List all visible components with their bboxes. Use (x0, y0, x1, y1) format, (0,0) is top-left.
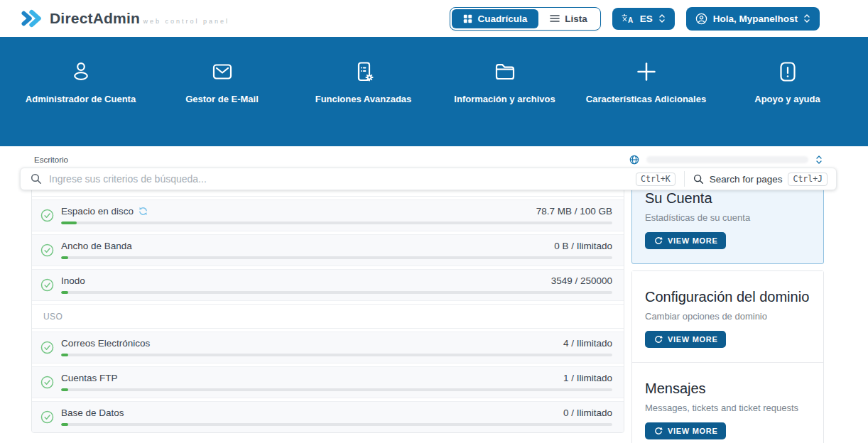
progress-fill (61, 388, 68, 391)
user-menu-label: Hola, Mypanelhost (713, 13, 798, 24)
user-menu-button[interactable]: Hola, Mypanelhost (686, 7, 820, 31)
view-more-label: VIEW MORE (668, 236, 717, 245)
stat-label: Base de Datos (61, 408, 124, 418)
nav-item-label: Gestor de E-Mail (153, 94, 292, 104)
progress-fill (61, 291, 68, 294)
nav-item-email-manager[interactable]: Gestor de E-Mail (153, 60, 292, 104)
redo-arrow-icon (653, 426, 663, 435)
stat-row-disk-space: Espacio en disco 78.7 MB / 100 GB (32, 199, 624, 231)
list-view-button[interactable]: Lista (538, 9, 599, 28)
nav-item-label: Características Adicionales (577, 94, 716, 104)
stat-label: Correos Electrónicos (61, 338, 150, 349)
progress-track (61, 222, 612, 224)
card-mensajes: Mensajes Messages, tickets and ticket re… (632, 363, 823, 443)
plus-icon (634, 60, 658, 88)
stat-label: Inodo (61, 275, 85, 286)
stat-value: 0 B / Ilimitado (554, 241, 612, 251)
main-content: LÍMITES Espacio en disco (0, 168, 868, 443)
nav-item-label: Administrador de Cuenta (11, 94, 151, 104)
view-more-label: VIEW MORE (668, 335, 717, 344)
refresh-icon[interactable] (139, 207, 148, 216)
domain-selector[interactable] (629, 155, 823, 165)
check-circle-icon (40, 209, 54, 222)
card-subtitle: Cambiar opciones de dominio (645, 311, 810, 322)
list-icon (550, 14, 560, 23)
nav-item-label: Funciones Avanzadas (294, 94, 433, 104)
logo-chevrons-icon (18, 6, 44, 31)
search-icon (31, 173, 42, 185)
nav-item-info-files[interactable]: Información y archivos (435, 60, 575, 104)
progress-track (61, 256, 612, 259)
progress-track (61, 291, 612, 294)
directadmin-logo: DirectAdmin web control panel (18, 6, 229, 31)
view-more-button[interactable]: VIEW MORE (645, 331, 726, 348)
svg-text:A: A (628, 16, 633, 24)
grid-icon (463, 14, 472, 23)
user-icon (69, 60, 93, 88)
document-gear-icon (352, 60, 376, 88)
search-bar: Ctrl+K Search for pages Ctrl+J (20, 168, 837, 190)
stat-row-emails: Correos Electrónicos 4 / Ilimitado (32, 332, 624, 363)
breadcrumb-row: Escritorio (0, 146, 868, 168)
divider (684, 171, 685, 187)
domain-name-blurred (646, 156, 808, 163)
redo-arrow-icon (653, 334, 663, 344)
nav-item-additional-features[interactable]: Características Adicionales (577, 60, 716, 104)
progress-fill (61, 354, 68, 356)
stats-panel: LÍMITES Espacio en disco (31, 172, 624, 433)
search-input[interactable] (49, 173, 629, 185)
language-button[interactable]: A ES (612, 8, 675, 30)
check-circle-icon (40, 244, 54, 257)
person-circle-icon (695, 13, 707, 25)
exclamation-icon (776, 60, 800, 88)
nav-item-support-help[interactable]: Apoyo y ayuda (718, 60, 857, 104)
breadcrumb: Escritorio (34, 155, 68, 164)
progress-fill (61, 423, 68, 426)
check-circle-icon (40, 410, 54, 424)
stat-value: 4 / Ilimitado (563, 338, 612, 349)
stat-row-inode: Inodo 3549 / 250000 (32, 269, 624, 301)
check-circle-icon (40, 376, 54, 389)
top-header: DirectAdmin web control panel Cuadrícula (0, 0, 868, 38)
search-pages-button[interactable]: Search for pages Ctrl+J (693, 173, 828, 186)
progress-fill (61, 256, 68, 259)
folder-icon (493, 60, 517, 88)
progress-fill (61, 222, 77, 224)
nav-item-label: Información y archivos (435, 94, 575, 104)
card-title: Mensajes (645, 378, 810, 399)
search-pages-label: Search for pages (710, 174, 783, 185)
language-label: ES (640, 13, 653, 24)
stat-value: 0 / Ilimitado (563, 408, 612, 418)
card-configuracion-dominio: Configuración del dominio Cambiar opcion… (632, 271, 823, 362)
view-more-button[interactable]: VIEW MORE (645, 422, 726, 439)
view-more-button[interactable]: VIEW MORE (645, 232, 726, 249)
card-title: Configuración del dominio (645, 287, 810, 307)
translate-icon: A (622, 13, 634, 23)
progress-track (61, 354, 612, 356)
card-subtitle: Messages, tickets and ticket requests (645, 403, 810, 413)
stat-label: Cuentas FTP (61, 373, 118, 383)
grid-view-label: Cuadrícula (477, 13, 527, 24)
stat-row-database: Base de Datos 0 / Ilimitado (32, 401, 624, 432)
check-circle-icon (40, 278, 54, 292)
stat-label: Espacio en disco (61, 206, 134, 217)
stat-label: Ancho de Banda (61, 241, 132, 251)
nav-item-label: Apoyo y ayuda (718, 94, 857, 104)
stat-value: 78.7 MB / 100 GB (536, 206, 612, 217)
stat-row-ftp-accounts: Cuentas FTP 1 / Ilimitado (32, 366, 624, 398)
nav-item-advanced-functions[interactable]: Funciones Avanzadas (294, 60, 433, 104)
progress-track (61, 388, 612, 391)
list-view-label: Lista (565, 13, 587, 24)
logo-subtitle: web control panel (143, 18, 230, 25)
grid-view-button[interactable]: Cuadrícula (452, 9, 538, 28)
sidebar-cards: Su Cuenta Estadísticas de su cuenta VIEW… (631, 172, 824, 443)
view-toggle-group: Cuadrícula Lista (450, 7, 600, 31)
envelope-icon (210, 60, 234, 88)
view-more-label: VIEW MORE (668, 427, 717, 435)
chevron-updown-icon (815, 155, 823, 165)
search-icon (693, 174, 704, 185)
logo-title: DirectAdmin (50, 10, 140, 26)
stat-value: 3549 / 250000 (551, 275, 612, 286)
section-header-usage: USO (32, 304, 624, 329)
nav-item-account-manager[interactable]: Administrador de Cuenta (11, 60, 151, 104)
